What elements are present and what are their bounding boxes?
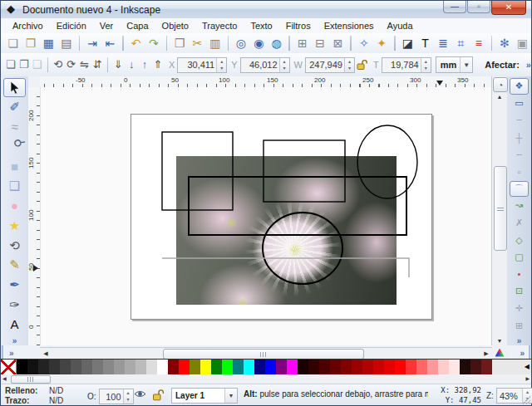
canvas-viewport[interactable] — [40, 87, 494, 345]
layer-lock-icon[interactable] — [152, 389, 164, 403]
scroll-up-arrow[interactable]: ▲ — [494, 92, 505, 101]
color-swatch[interactable] — [125, 360, 135, 375]
pen-tool[interactable]: ✒ — [3, 276, 26, 295]
maximize-button[interactable]: ▫ — [467, 1, 490, 13]
spiral-tool[interactable]: ⟲ — [3, 236, 26, 255]
spinbox[interactable]: 247,949▴▾ — [305, 57, 355, 73]
select-all-icon[interactable]: ❏ — [5, 56, 17, 75]
spinner-arrows[interactable]: ▴▾ — [279, 58, 289, 72]
color-swatch[interactable] — [470, 360, 481, 375]
cactus-flower-photo[interactable] — [176, 156, 397, 305]
color-managed-display-toggle[interactable] — [492, 346, 507, 359]
snap-object-centers-toggle[interactable]: ⊡ — [510, 283, 529, 300]
palette-scroll-thumb[interactable] — [11, 375, 51, 384]
color-swatch[interactable] — [71, 360, 81, 375]
color-swatch[interactable] — [233, 360, 244, 375]
color-swatch[interactable] — [60, 360, 71, 375]
unit-selector[interactable]: mm ▼ — [436, 56, 474, 73]
scroll-right-arrow[interactable]: ▶ — [481, 349, 491, 359]
snap-rotation-centers-toggle[interactable]: ✛ — [510, 301, 529, 317]
snap-paths-toggle[interactable]: ↝ — [510, 198, 529, 214]
menu-item[interactable]: Ayuda — [381, 19, 420, 32]
menu-item[interactable]: Archivo — [6, 19, 50, 32]
text-tool[interactable]: A — [3, 315, 26, 334]
box3d-tool[interactable]: ❑ — [3, 177, 26, 196]
import-icon[interactable]: ⇥ — [84, 34, 100, 52]
color-swatch[interactable] — [265, 360, 276, 375]
snap-bbox-edges-toggle[interactable]: ┄ — [510, 112, 529, 129]
color-swatch[interactable] — [341, 360, 352, 375]
create-clone-icon[interactable]: ⊟ — [313, 34, 328, 52]
flip-vertical-icon[interactable]: ⇵ — [91, 56, 103, 75]
snap-midpoints-toggle[interactable]: • — [510, 267, 529, 283]
close-button[interactable]: ✕ — [491, 1, 526, 15]
redo-icon[interactable]: ↷ — [145, 34, 161, 52]
color-swatch[interactable] — [200, 360, 211, 375]
ellipse-tool[interactable]: ● — [3, 197, 26, 216]
color-swatch[interactable] — [362, 360, 373, 375]
color-swatch[interactable] — [395, 360, 406, 375]
minimize-button[interactable]: — — [443, 1, 466, 13]
vertical-scrollbar[interactable]: ◔ ▲ ▼ — [491, 76, 507, 345]
toolbox-overflow-button[interactable]: » — [12, 336, 17, 345]
xml-editor-icon[interactable]: ⌗ — [453, 34, 469, 52]
raise-icon[interactable]: ↑ — [139, 56, 150, 75]
rotate-ccw-icon[interactable]: ⟲ — [52, 56, 64, 75]
layers-dialog-icon[interactable]: ≣ — [435, 34, 451, 52]
palette-scroll-right[interactable]: ▶ — [525, 374, 530, 383]
zoom-page-icon[interactable]: ◍ — [268, 34, 284, 52]
fill-stroke-icon[interactable]: ◪ — [400, 34, 416, 52]
menu-item[interactable]: Edición — [50, 19, 93, 32]
snap-bbox-centers-toggle[interactable]: ▫ — [510, 164, 529, 180]
color-swatch[interactable] — [373, 360, 384, 375]
color-swatch[interactable] — [244, 360, 254, 375]
vertical-ruler[interactable]: 200150100500 — [28, 87, 41, 345]
undo-icon[interactable]: ↶ — [128, 34, 144, 52]
color-swatch[interactable] — [319, 360, 330, 375]
horizontal-ruler[interactable]: -50050100150200250300350 — [40, 76, 493, 88]
menu-item[interactable]: Trayecto — [195, 19, 244, 32]
color-swatch[interactable] — [179, 360, 190, 375]
window-resize-grip[interactable] — [522, 396, 530, 404]
edit-clones-icon[interactable]: ✦ — [373, 34, 389, 52]
color-swatch[interactable] — [103, 360, 114, 375]
title-bar[interactable]: ◆ Documento nuevo 4 - Inkscape — ▫ ✕ — [1, 1, 531, 19]
document-properties-icon[interactable]: ▣ — [515, 34, 530, 52]
color-swatch[interactable] — [38, 360, 49, 375]
copy-icon[interactable]: ❒ — [171, 34, 187, 52]
snap-intersections-toggle[interactable]: ✗ — [510, 215, 529, 232]
calligraphy-tool[interactable]: ✑ — [3, 295, 26, 314]
color-swatch[interactable] — [190, 360, 200, 375]
select-all-layers-icon[interactable]: ❐ — [18, 56, 30, 75]
color-swatch[interactable] — [146, 360, 157, 375]
star-tool[interactable]: ★ — [3, 216, 26, 235]
layer-selector[interactable]: Layer 1 ▼ — [171, 388, 238, 404]
snap-smooth-nodes-toggle[interactable]: ▢ — [510, 249, 529, 266]
color-swatch[interactable] — [449, 360, 460, 375]
snapbar-overflow-button-2[interactable]: » — [520, 349, 525, 358]
color-swatch[interactable] — [211, 360, 222, 375]
snapbar-overflow-button[interactable]: » — [517, 336, 522, 345]
zoom-drawing-icon[interactable]: ◉ — [251, 34, 267, 52]
color-swatch[interactable] — [460, 360, 470, 375]
fill-value[interactable]: N/D — [49, 386, 63, 395]
vertical-scroll-thumb[interactable] — [494, 166, 507, 251]
color-swatch[interactable] — [308, 360, 319, 375]
print-icon[interactable]: ▤ — [58, 34, 74, 52]
color-swatch[interactable] — [298, 360, 308, 375]
raise-to-top-icon[interactable]: ⇑ — [152, 56, 164, 75]
node-tool[interactable]: ✐ — [3, 98, 26, 117]
menu-item[interactable]: Capa — [120, 19, 155, 32]
snap-cusp-nodes-toggle[interactable]: ◇ — [510, 232, 529, 248]
menu-item[interactable]: Filtros — [279, 19, 318, 32]
paste-icon[interactable]: ▥ — [207, 34, 223, 52]
selector-tool[interactable] — [3, 78, 26, 97]
color-swatch[interactable] — [17, 360, 27, 375]
color-swatch[interactable] — [438, 360, 449, 375]
flip-horizontal-icon[interactable]: ⇋ — [79, 56, 91, 75]
toolbar-overflow-button[interactable]: » — [526, 60, 531, 70]
scroll-corner-button[interactable]: ◔ — [493, 77, 508, 92]
color-swatch[interactable] — [254, 360, 265, 375]
color-swatch[interactable] — [406, 360, 416, 375]
snap-nodes-toggle[interactable]: ⌒ — [510, 181, 529, 198]
